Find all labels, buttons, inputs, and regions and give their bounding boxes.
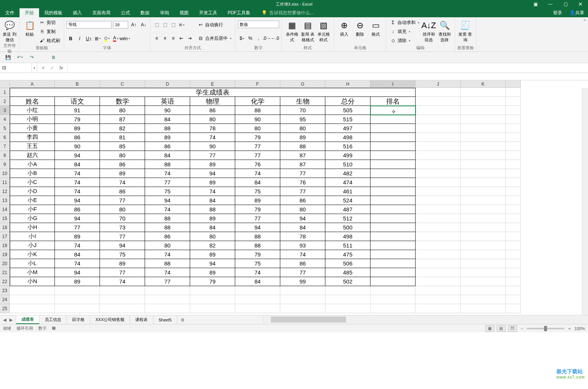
cell-K20[interactable]: [461, 259, 506, 268]
cell-E11[interactable]: 89: [190, 178, 235, 187]
cell-E12[interactable]: 74: [190, 187, 235, 196]
cell-K23[interactable]: [461, 286, 506, 295]
cell-E17[interactable]: 80: [190, 232, 235, 241]
cell-extra-13[interactable]: [506, 196, 521, 205]
cell-B5[interactable]: 89: [55, 124, 100, 133]
cell-extra-2[interactable]: [506, 97, 521, 106]
cell-H17[interactable]: 498: [325, 232, 370, 241]
tab-templates[interactable]: 我的模板: [39, 8, 68, 17]
cell-D25[interactable]: [145, 304, 190, 313]
cell-D12[interactable]: 75: [145, 187, 190, 196]
row-header-16[interactable]: 16: [0, 223, 10, 232]
cell-J24[interactable]: [416, 295, 461, 304]
indent-decrease-button[interactable]: ⇤: [177, 34, 186, 42]
cell-D11[interactable]: 77: [145, 178, 190, 187]
orientation-button[interactable]: ⤭: [177, 21, 186, 29]
cell-G2[interactable]: 生物: [280, 97, 325, 106]
cell-I13[interactable]: [370, 196, 416, 205]
cell-B23[interactable]: [55, 286, 100, 295]
cell-extra-9[interactable]: [506, 160, 521, 169]
cell-B25[interactable]: [55, 304, 100, 313]
cell-D2[interactable]: 英语: [145, 97, 190, 106]
cell-A18[interactable]: 小J: [10, 241, 55, 250]
row-header-15[interactable]: 15: [0, 214, 10, 223]
cell-E9[interactable]: 89: [190, 160, 235, 169]
cell-I9[interactable]: [370, 160, 416, 169]
cell-A25[interactable]: [10, 304, 55, 313]
cell-D18[interactable]: 80: [145, 241, 190, 250]
cell-J1[interactable]: [416, 88, 461, 97]
cell-B8[interactable]: 94: [55, 151, 100, 160]
cell-K3[interactable]: [461, 106, 506, 115]
cell-H20[interactable]: 506: [325, 259, 370, 268]
cell-D19[interactable]: 74: [145, 250, 190, 259]
cell-B17[interactable]: 89: [55, 232, 100, 241]
zoom-in-button[interactable]: +: [567, 326, 572, 331]
row-header-21[interactable]: 21: [0, 268, 10, 277]
cell-I16[interactable]: [370, 223, 416, 232]
row-header-12[interactable]: 12: [0, 187, 10, 196]
cell-G7[interactable]: 88: [280, 142, 325, 151]
tab-pdf[interactable]: PDF工具集: [222, 8, 255, 17]
cell-I25[interactable]: [370, 304, 416, 313]
cell-K14[interactable]: [461, 205, 506, 214]
cell-A19[interactable]: 小K: [10, 250, 55, 259]
col-header-F[interactable]: F: [235, 80, 280, 88]
name-box-dropdown[interactable]: ▾: [32, 63, 37, 72]
cell-extra-8[interactable]: [506, 151, 521, 160]
cell-F25[interactable]: [235, 304, 280, 313]
sheet-tab-1[interactable]: 员工信息: [39, 315, 67, 324]
cell-K25[interactable]: [461, 304, 506, 313]
cell-G11[interactable]: 76: [280, 178, 325, 187]
cell-D9[interactable]: 88: [145, 160, 190, 169]
cell-I7[interactable]: [370, 142, 416, 151]
cell-D14[interactable]: 74: [145, 205, 190, 214]
cell-E13[interactable]: 84: [190, 196, 235, 205]
align-bottom-button[interactable]: ⬚: [169, 21, 177, 29]
cell-C21[interactable]: 77: [100, 268, 145, 277]
zoom-level[interactable]: 100%: [574, 326, 585, 331]
sheet-tab-0[interactable]: 成绩表: [16, 315, 39, 324]
cell-H25[interactable]: [325, 304, 370, 313]
tab-insert[interactable]: 插入: [68, 8, 87, 17]
cell-extra-22[interactable]: [506, 277, 521, 286]
cell-C20[interactable]: 89: [100, 259, 145, 268]
normal-view-button[interactable]: ▦: [485, 325, 494, 332]
cell-A11[interactable]: 小C: [10, 178, 55, 187]
cell-H21[interactable]: 485: [325, 268, 370, 277]
row-header-19[interactable]: 19: [0, 250, 10, 259]
cell-H3[interactable]: 505: [325, 106, 370, 115]
cell-I4[interactable]: [370, 115, 416, 124]
cell-G4[interactable]: 95: [280, 115, 325, 124]
cell-extra-1[interactable]: [506, 88, 521, 97]
cell-K15[interactable]: [461, 214, 506, 223]
cell-B21[interactable]: 94: [55, 268, 100, 277]
invoice-button[interactable]: 🧾发票 查询: [457, 18, 473, 45]
cell-F14[interactable]: 79: [235, 205, 280, 214]
cell-A12[interactable]: 小D: [10, 187, 55, 196]
row-header-11[interactable]: 11: [0, 178, 10, 187]
cell-K18[interactable]: [461, 241, 506, 250]
send-wechat-button[interactable]: 💬发送 到微信: [2, 18, 17, 43]
add-sheet-button[interactable]: ⊕: [177, 315, 188, 324]
copy-button[interactable]: ⎘复制: [38, 27, 62, 36]
cell-G12[interactable]: 77: [280, 187, 325, 196]
row-header-22[interactable]: 22: [0, 277, 10, 286]
cell-E10[interactable]: 94: [190, 169, 235, 178]
cell-E7[interactable]: 90: [190, 142, 235, 151]
cell-E18[interactable]: 82: [190, 241, 235, 250]
cell-C25[interactable]: [100, 304, 145, 313]
cell-K5[interactable]: [461, 124, 506, 133]
cell-F16[interactable]: 94: [235, 223, 280, 232]
cell-J20[interactable]: [416, 259, 461, 268]
cell-I14[interactable]: [370, 205, 416, 214]
underline-button[interactable]: U: [85, 35, 93, 43]
col-header-extra[interactable]: [506, 80, 521, 88]
cell-G9[interactable]: 87: [280, 160, 325, 169]
cell-H19[interactable]: 475: [325, 250, 370, 259]
tab-formula[interactable]: 公式: [116, 8, 135, 17]
table-format-button[interactable]: ▤套用 表格格式: [300, 18, 316, 45]
save-button[interactable]: 💾: [3, 53, 13, 62]
row-header-23[interactable]: 23: [0, 286, 10, 295]
cell-C8[interactable]: 80: [100, 151, 145, 160]
